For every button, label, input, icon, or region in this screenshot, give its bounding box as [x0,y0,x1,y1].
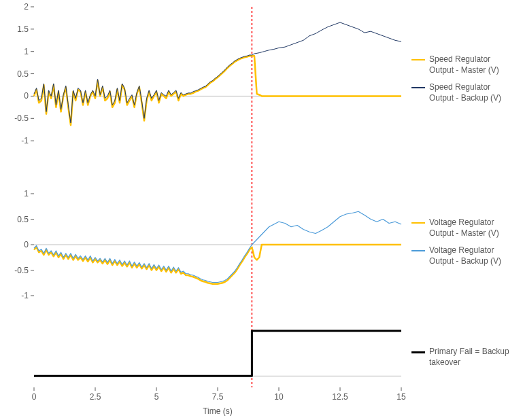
legend-speed: Speed Regulator Output - Master (V)Speed… [411,54,517,110]
legend-swatch [411,351,425,353]
chart-container: 02.557.51012.515-1-0.500.511.52-1-0.500.… [0,0,523,420]
legend-item: Speed Regulator Output - Backup (V) [411,82,517,103]
svg-text:-1: -1 [21,291,29,300]
svg-text:0: 0 [32,392,37,402]
svg-text:2.5: 2.5 [90,392,101,402]
svg-text:5: 5 [154,392,159,402]
svg-text:10: 10 [274,392,284,402]
legend-label: Voltage Regulator Output - Master (V) [429,217,517,239]
legend-label: Speed Regulator Output - Backup (V) [429,82,517,103]
legend-swatch [411,59,425,60]
svg-text:-0.5: -0.5 [14,113,29,123]
legend-item: Voltage Regulator Output - Backup (V) [411,245,517,266]
x-axis-title: Time (s) [34,406,401,416]
svg-text:-1: -1 [21,136,29,145]
legend-voltage: Voltage Regulator Output - Master (V)Vol… [411,217,517,273]
legend-item: Voltage Regulator Output - Master (V) [411,217,517,239]
svg-text:1: 1 [24,47,29,56]
legend-fail: Primary Fail = Backup takeover [411,347,517,374]
svg-text:2: 2 [24,2,29,12]
svg-text:0: 0 [24,91,29,101]
svg-text:12.5: 12.5 [332,392,348,402]
svg-text:0.5: 0.5 [17,69,29,79]
svg-text:15: 15 [397,392,406,402]
legend-label: Voltage Regulator Output - Backup (V) [429,245,517,266]
legend-swatch [411,87,425,88]
legend-swatch [411,250,425,251]
svg-text:1.5: 1.5 [17,24,29,34]
legend-swatch [411,222,425,224]
svg-text:7.5: 7.5 [212,392,224,402]
legend-item: Primary Fail = Backup takeover [411,347,517,368]
legend-label: Speed Regulator Output - Master (V) [429,54,517,75]
plot-svg: 02.557.51012.515-1-0.500.511.52-1-0.500.… [34,7,401,381]
legend-label: Primary Fail = Backup takeover [429,347,517,368]
svg-text:0.5: 0.5 [17,215,29,224]
legend-item: Speed Regulator Output - Master (V) [411,54,517,75]
svg-text:0: 0 [24,240,29,249]
svg-text:1: 1 [24,189,29,198]
svg-text:-0.5: -0.5 [14,266,29,275]
